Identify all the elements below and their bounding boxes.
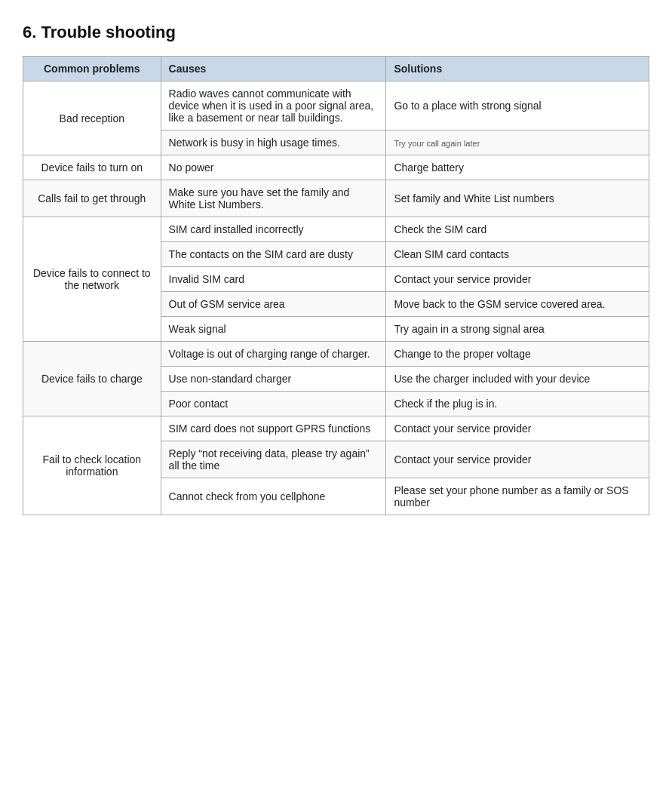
problem-cell: Bad reception (23, 81, 161, 155)
header-solutions: Solutions (386, 57, 649, 81)
table-row: Bad receptionRadio waves cannot communic… (23, 81, 649, 131)
cause-cell: Radio waves cannot communicate with devi… (161, 81, 386, 131)
cause-cell: Out of GSM service area (161, 292, 386, 317)
solution-cell: Check the SIM card (386, 217, 649, 242)
problem-cell: Calls fail to get through (23, 180, 161, 217)
cause-cell: Invalid SIM card (161, 267, 386, 292)
table-row: Device fails to turn onNo powerCharge ba… (23, 155, 649, 180)
header-causes: Causes (161, 57, 386, 81)
problem-cell: Device fails to connect to the network (23, 217, 161, 342)
cause-cell: Cannot check from you cellphone (161, 478, 386, 515)
cause-cell: The contacts on the SIM card are dusty (161, 242, 386, 267)
solution-cell: Change to the proper voltage (386, 342, 649, 367)
solution-cell: Try again in a strong signal area (386, 317, 649, 342)
cause-cell: SIM card installed incorrectly (161, 217, 386, 242)
cause-cell: SIM card does not support GPRS functions (161, 416, 386, 441)
cause-cell: Use non-standard charger (161, 367, 386, 392)
page-title: 6. Trouble shooting (23, 23, 649, 42)
problem-cell: Device fails to charge (23, 342, 161, 416)
table-row: Fail to check location informationSIM ca… (23, 416, 649, 441)
solution-cell: Move back to the GSM service covered are… (386, 292, 649, 317)
solution-cell: Contact your service provider (386, 267, 649, 292)
cause-cell: No power (161, 155, 386, 180)
problem-cell: Fail to check location information (23, 416, 161, 515)
cause-cell: Poor contact (161, 392, 386, 416)
cause-cell: Network is busy in high usage times. (161, 131, 386, 155)
table-row: Device fails to chargeVoltage is out of … (23, 342, 649, 367)
solution-cell: Charge battery (386, 155, 649, 180)
cause-cell: Make sure you have set the family and Wh… (161, 180, 386, 217)
cause-cell: Weak signal (161, 317, 386, 342)
solution-cell: Contact your service provider (386, 441, 649, 478)
table-row: Calls fail to get throughMake sure you h… (23, 180, 649, 217)
solution-cell: Clean SIM card contacts (386, 242, 649, 267)
table-row: Device fails to connect to the networkSI… (23, 217, 649, 242)
solution-cell: Check if the plug is in. (386, 392, 649, 416)
solution-cell: Contact your service provider (386, 416, 649, 441)
troubleshoot-table: Common problems Causes Solutions Bad rec… (23, 56, 649, 515)
cause-cell: Reply “not receiving data, please try ag… (161, 441, 386, 478)
solution-cell: Set family and White List numbers (386, 180, 649, 217)
table-header-row: Common problems Causes Solutions (23, 57, 649, 81)
cause-cell: Voltage is out of charging range of char… (161, 342, 386, 367)
solution-cell: Go to a place with strong signal (386, 81, 649, 131)
solution-cell: Use the charger included with your devic… (386, 367, 649, 392)
header-common-problems: Common problems (23, 57, 161, 81)
problem-cell: Device fails to turn on (23, 155, 161, 180)
solution-cell: Try your call again later (386, 131, 649, 155)
solution-cell: Please set your phone number as a family… (386, 478, 649, 515)
